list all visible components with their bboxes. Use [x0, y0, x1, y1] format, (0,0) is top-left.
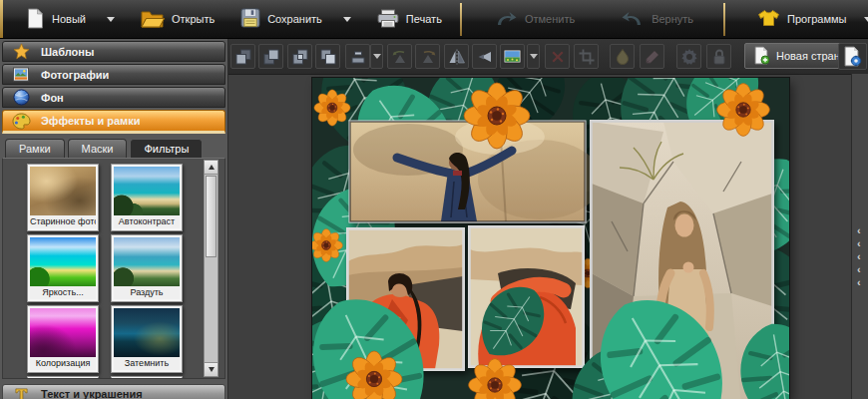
send-to-back-button[interactable]: [287, 44, 312, 69]
pen-icon: [644, 48, 661, 66]
redo-arrow-icon: [621, 9, 645, 30]
new-button-label: Новый: [52, 13, 86, 25]
top-toolbar: Новый Открыть Сохранить Печать Отменить …: [0, 0, 868, 39]
filter-thumbnail-inflate[interactable]: Раздуть: [111, 234, 183, 302]
filter-thumbnail-partial[interactable]: [111, 376, 183, 379]
lock-icon: [710, 48, 728, 66]
sidebar-section-effects-frames[interactable]: Эффекты и рамки: [2, 110, 225, 134]
filter-thumbnail-brightness[interactable]: Яркость...: [27, 234, 99, 302]
filter-thumbnail-partial[interactable]: [27, 376, 99, 379]
effects-drop-icon: [614, 48, 632, 66]
canvas-toolbar: Новая страница: [228, 38, 868, 75]
scroll-up-button[interactable]: [205, 161, 217, 175]
save-button[interactable]: Сохранить: [234, 4, 357, 34]
effects-button[interactable]: [610, 44, 635, 69]
new-button[interactable]: Новый: [20, 4, 121, 35]
align-icon: [349, 48, 367, 66]
collage-page[interactable]: [312, 78, 789, 399]
programs-dropdown-arrow-icon[interactable]: [864, 17, 868, 22]
panel-expand-handle[interactable]: ‹: [857, 225, 865, 236]
scroll-down-button[interactable]: [205, 362, 217, 376]
print-button[interactable]: Печать: [371, 5, 448, 34]
filters-scrollbar[interactable]: [204, 160, 218, 377]
open-button[interactable]: Открыть: [135, 5, 220, 34]
page-settings-button[interactable]: [838, 43, 867, 70]
crop-icon: [578, 48, 596, 66]
rotate-left-icon: [391, 48, 409, 66]
save-dropdown-arrow-icon[interactable]: [343, 17, 351, 22]
filter-thumbnail-old-photo[interactable]: Старинное фото: [27, 164, 99, 231]
main-workspace: Новая страница ‹ ‹ ‹ ‹ ‹: [228, 38, 868, 399]
delete-button[interactable]: [545, 44, 570, 69]
align-button[interactable]: [345, 44, 370, 69]
scroll-up-arrow-icon: [209, 165, 215, 170]
tab-frames[interactable]: Рамки: [5, 139, 65, 158]
scroll-down-arrow-icon: [209, 367, 215, 372]
background-image-button[interactable]: [500, 44, 525, 69]
panel-expand-handle[interactable]: ‹: [857, 251, 865, 262]
redo-button[interactable]: Вернуть: [615, 5, 699, 34]
save-button-label: Сохранить: [267, 13, 322, 25]
filter-thumbnail-colorize[interactable]: Колоризация: [27, 305, 99, 373]
panel-expand-handle[interactable]: ‹: [857, 264, 865, 275]
scrollbar-thumb[interactable]: [206, 176, 217, 257]
rotate-right-icon: [419, 48, 437, 66]
undo-button-label: Отменить: [525, 13, 575, 25]
rotate-left-button[interactable]: [387, 44, 412, 69]
flip-horizontal-button[interactable]: [444, 44, 469, 69]
filter-thumbnail-autocontrast[interactable]: Автоконтраст: [111, 164, 183, 231]
sidebar-section-text-decorations[interactable]: Текст и украшения: [2, 384, 225, 399]
dropdown-arrow-icon: [530, 54, 538, 59]
tab-label: Фильтры: [144, 143, 189, 155]
send-backward-button[interactable]: [230, 44, 255, 69]
filters-panel: Старинное фото Автоконтраст Яркость... Р…: [2, 158, 225, 379]
bring-to-front-icon: [319, 48, 337, 66]
background-dropdown-button[interactable]: [527, 44, 540, 69]
printer-icon: [377, 9, 399, 30]
bring-to-front-button[interactable]: [315, 44, 340, 69]
open-button-label: Открыть: [172, 13, 215, 25]
programs-button[interactable]: Программы: [751, 5, 868, 33]
panel-expand-handle[interactable]: ‹: [857, 277, 865, 288]
flip-vertical-button[interactable]: [472, 44, 497, 69]
programs-button-label: Программы: [787, 13, 846, 25]
sidebar-section-label: Текст и украшения: [41, 388, 143, 399]
bring-forward-button[interactable]: [258, 44, 283, 69]
window-accent-edge: [0, 0, 3, 38]
right-panel-strip: ‹ ‹ ‹ ‹ ‹: [851, 74, 868, 399]
save-floppy-icon: [240, 8, 260, 30]
sidebar-section-templates[interactable]: Шаблоны: [2, 41, 225, 62]
toolbar-separator: [460, 3, 462, 36]
filter-thumbnail-darken[interactable]: Затемнить: [111, 305, 183, 373]
panel-expand-handle[interactable]: ‹: [857, 238, 865, 249]
filter-label: Старинное фото: [30, 215, 96, 228]
print-button-label: Печать: [406, 13, 442, 25]
programs-icon: [757, 9, 780, 29]
tab-masks[interactable]: Маски: [68, 139, 128, 158]
filter-preview: [30, 308, 96, 357]
send-backward-icon: [234, 48, 252, 66]
gear-icon: [680, 48, 698, 66]
open-folder-icon: [141, 9, 165, 30]
lock-button[interactable]: [706, 44, 731, 69]
sidebar-section-label: Шаблоны: [41, 46, 94, 58]
filter-label: Колоризация: [30, 357, 96, 370]
filter-preview: [114, 167, 180, 215]
tab-label: Рамки: [19, 143, 51, 155]
draw-button[interactable]: [640, 44, 664, 69]
effects-tabs: Рамки Маски Фильтры: [5, 139, 203, 158]
undo-button[interactable]: Отменить: [488, 5, 581, 34]
settings-button[interactable]: [676, 44, 701, 69]
sidebar-section-background[interactable]: Фон: [2, 87, 225, 108]
rotate-right-button[interactable]: [415, 44, 440, 69]
filter-preview: [114, 237, 180, 286]
crop-button[interactable]: [574, 44, 599, 69]
send-to-back-icon: [291, 48, 309, 66]
tab-filters[interactable]: Фильтры: [130, 139, 203, 158]
palette-icon: [10, 113, 32, 130]
new-dropdown-arrow-icon[interactable]: [107, 17, 115, 22]
sidebar-section-photos[interactable]: Фотографии: [2, 64, 225, 85]
filter-label: Раздуть: [114, 286, 180, 299]
align-dropdown-button[interactable]: [370, 44, 383, 69]
page-gear-icon: [843, 46, 862, 67]
